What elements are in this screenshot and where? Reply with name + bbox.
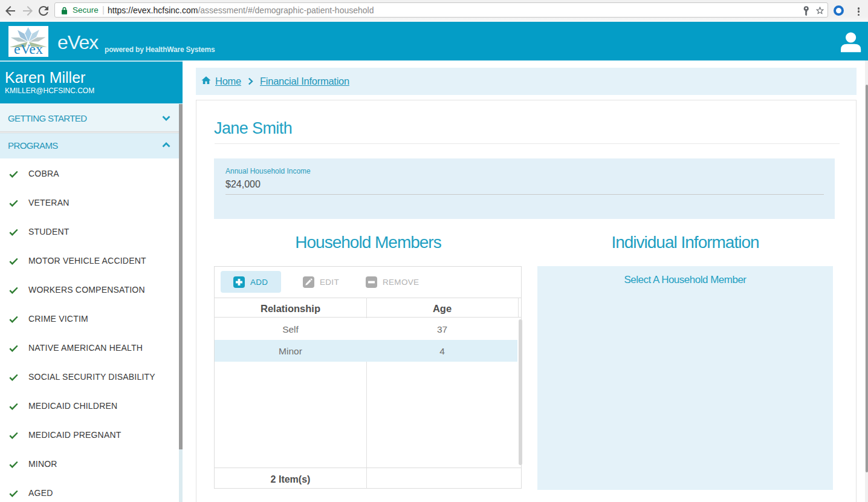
- svg-text:eVex: eVex: [14, 41, 43, 57]
